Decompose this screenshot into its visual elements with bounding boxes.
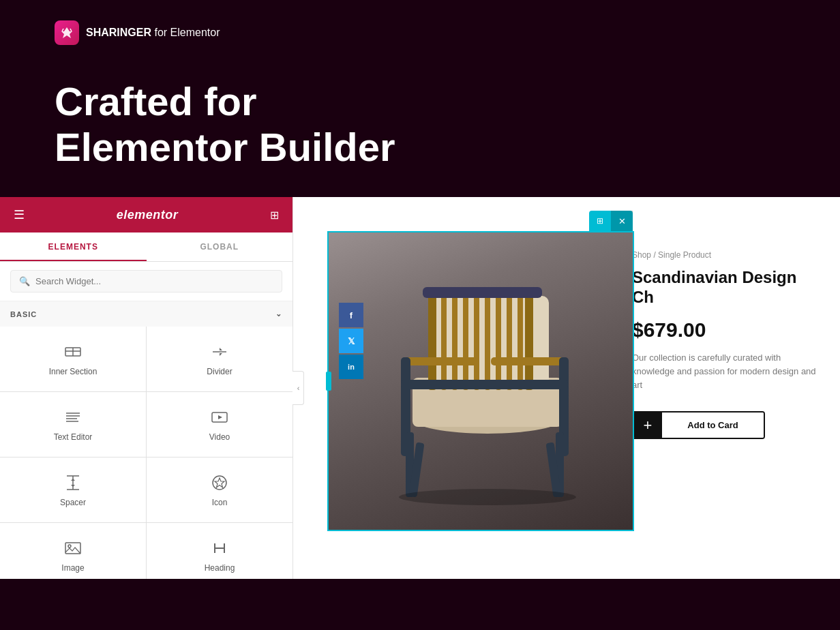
heading-icon: [210, 539, 229, 558]
svg-marker-15: [71, 479, 75, 481]
tab-global[interactable]: GLOBAL: [147, 232, 293, 261]
facebook-share-button[interactable]: f: [339, 303, 363, 327]
svg-rect-30: [463, 291, 468, 390]
svg-marker-18: [215, 478, 224, 487]
widget-spacer[interactable]: Spacer: [0, 457, 146, 522]
hamburger-icon[interactable]: ☰: [14, 207, 25, 222]
widget-icon[interactable]: Icon: [147, 457, 292, 522]
widget-divider[interactable]: Divider: [147, 327, 292, 391]
search-icon: 🔍: [19, 276, 30, 286]
svg-rect-29: [452, 291, 457, 390]
svg-rect-32: [485, 291, 490, 390]
divider-icon: [210, 342, 229, 361]
svg-rect-31: [474, 291, 479, 390]
svg-rect-35: [518, 291, 523, 390]
svg-rect-39: [491, 357, 566, 365]
tab-elements[interactable]: ELEMENTS: [0, 232, 147, 261]
logo-text: SHARINGER for Elementor: [86, 27, 220, 39]
preview-area: ⊞ ✕ ‹ f 𝕏 in Shop / Single Product Scand…: [293, 197, 840, 579]
svg-rect-36: [525, 291, 533, 390]
selection-close-btn[interactable]: ✕: [611, 211, 633, 231]
svg-point-47: [399, 489, 576, 505]
search-bar: 🔍: [0, 262, 292, 301]
inner-section-label: Inner Section: [49, 367, 97, 376]
hero-section: SHARINGER for Elementor Crafted for Elem…: [0, 0, 840, 197]
text-editor-label: Text Editor: [54, 432, 93, 442]
widget-text-editor[interactable]: Text Editor: [0, 392, 146, 457]
quantity-plus-button[interactable]: +: [633, 412, 662, 438]
logo-icon: [55, 20, 79, 45]
elementor-sidebar: ☰ elementor ⊞ ELEMENTS GLOBAL 🔍 BASIC ⌄: [0, 197, 293, 579]
svg-rect-34: [507, 291, 512, 390]
elementor-brand: elementor: [117, 208, 179, 222]
image-icon: [63, 539, 82, 558]
section-label: BASIC: [10, 310, 37, 318]
chair-image-bg: [327, 231, 634, 531]
svg-rect-28: [441, 291, 447, 390]
product-description: Our collection is carefully curated with…: [632, 351, 823, 392]
social-buttons: f 𝕏 in: [339, 303, 363, 379]
product-title: Scandinavian Design Ch: [632, 268, 823, 308]
breadcrumb: Shop / Single Product: [632, 250, 823, 260]
video-label: Video: [209, 432, 230, 442]
twitter-share-button[interactable]: 𝕏: [339, 329, 363, 353]
icon-widget-label: Icon: [212, 498, 228, 507]
add-to-cart-group: + Add to Card: [632, 411, 765, 439]
svg-marker-4: [220, 348, 222, 350]
preview-collapse-btn[interactable]: ‹: [293, 371, 304, 405]
svg-marker-5: [220, 353, 222, 356]
chair-svg: [327, 231, 634, 531]
text-editor-icon: [63, 408, 82, 427]
svg-rect-19: [65, 543, 80, 554]
svg-rect-33: [496, 291, 501, 390]
widgets-grid: Inner Section Divider: [0, 327, 292, 579]
selection-grid-btn[interactable]: ⊞: [589, 211, 611, 231]
svg-rect-38: [402, 357, 477, 365]
search-input[interactable]: [35, 276, 273, 286]
heading-label: Heading: [205, 563, 235, 573]
widget-inner-section[interactable]: Inner Section: [0, 327, 146, 391]
svg-rect-42: [401, 380, 568, 389]
svg-marker-16: [71, 485, 75, 487]
search-input-wrapper: 🔍: [10, 270, 282, 292]
svg-marker-11: [218, 415, 222, 419]
spacer-label: Spacer: [60, 498, 86, 507]
spacer-icon: [63, 473, 82, 492]
grid-icon[interactable]: ⊞: [270, 209, 279, 222]
inner-section-icon: [63, 342, 82, 361]
svg-rect-27: [428, 291, 436, 390]
elementor-tabs: ELEMENTS GLOBAL: [0, 232, 292, 262]
widget-video[interactable]: Video: [147, 392, 292, 457]
divider-label: Divider: [207, 367, 232, 376]
widget-heading[interactable]: Heading: [147, 523, 292, 579]
product-price: $679.00: [632, 318, 823, 342]
main-content: ☰ elementor ⊞ ELEMENTS GLOBAL 🔍 BASIC ⌄: [0, 197, 840, 579]
hero-title: Crafted for Elementor Builder: [55, 79, 785, 170]
image-label: Image: [61, 563, 84, 573]
svg-point-20: [68, 545, 71, 548]
video-icon: [210, 408, 229, 427]
section-collapse-icon[interactable]: ⌄: [275, 310, 282, 318]
icon-widget-icon: [210, 473, 229, 492]
elementor-header: ☰ elementor ⊞: [0, 197, 292, 232]
product-panel: Shop / Single Product Scandinavian Desig…: [615, 231, 840, 531]
logo-bar: SHARINGER for Elementor: [55, 20, 785, 45]
svg-rect-37: [423, 287, 542, 298]
widget-image[interactable]: Image: [0, 523, 146, 579]
add-to-cart-button[interactable]: Add to Card: [662, 412, 764, 438]
section-header: BASIC ⌄: [0, 301, 292, 327]
linkedin-share-button[interactable]: in: [339, 355, 363, 379]
selection-toolbar: ⊞ ✕: [589, 211, 633, 231]
